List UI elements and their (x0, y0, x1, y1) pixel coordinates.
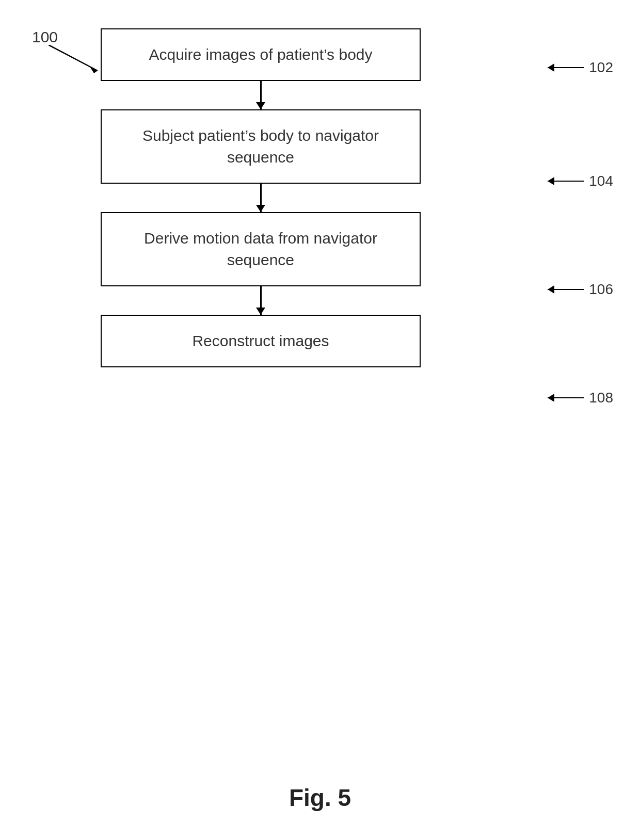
connector-3 (260, 286, 262, 315)
step-derive-motion: Derive motion data from navigator sequen… (101, 212, 421, 286)
reference-number-100: 100 (32, 28, 58, 45)
connector-2 (260, 184, 262, 212)
diagonal-arrow-100 (49, 45, 100, 73)
step-reconstruct-images-label: Reconstruct images (192, 330, 329, 352)
step-reconstruct-images: Reconstruct images (101, 315, 421, 367)
reference-label-102: 102 (548, 59, 613, 76)
ref-number-108: 108 (589, 390, 613, 406)
connector-1 (260, 81, 262, 109)
step-derive-motion-label: Derive motion data from navigator sequen… (112, 228, 409, 271)
ref-number-104: 104 (589, 173, 613, 189)
step-navigator-sequence: Subject patient’s body to navigator sequ… (101, 109, 421, 184)
ref-arrow-108 (548, 397, 584, 398)
reference-label-104: 104 (548, 173, 613, 189)
step-acquire-images-label: Acquire images of patient’s body (149, 44, 372, 66)
reference-label-108: 108 (548, 390, 613, 406)
ref-number-106: 106 (589, 281, 613, 298)
flow-diagram: Acquire images of patient’s body Subject… (95, 28, 426, 367)
step-navigator-sequence-label: Subject patient’s body to navigator sequ… (112, 125, 409, 168)
ref-arrow-104 (548, 181, 584, 182)
ref-number-102: 102 (589, 59, 613, 76)
ref-arrow-102 (548, 67, 584, 68)
step-acquire-images: Acquire images of patient’s body (101, 28, 421, 81)
reference-label-100: 100 (32, 28, 58, 46)
figure-label: Fig. 5 (289, 784, 351, 812)
reference-label-106: 106 (548, 281, 613, 298)
ref-arrow-106 (548, 289, 584, 290)
